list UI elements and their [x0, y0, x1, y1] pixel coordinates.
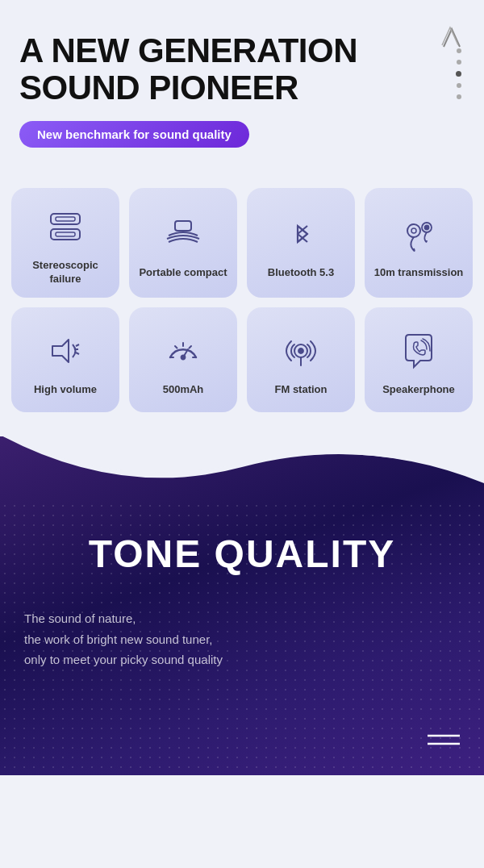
feature-battery: 500mAh: [129, 307, 237, 412]
battery-icon: [159, 327, 207, 375]
fm-label: FM station: [275, 383, 328, 397]
portable-label: Portable compact: [139, 266, 227, 280]
portable-icon: [159, 210, 207, 258]
nav-dot-5[interactable]: [457, 94, 461, 99]
bottom-content: TONE QUALITY The sound of nature, the wo…: [0, 499, 484, 719]
features-grid: Stereoscopic failure Portable compact Bl…: [0, 172, 484, 436]
feature-bluetooth: Bluetooth 5.3: [247, 188, 355, 298]
feature-speakerphone: Speakerphone: [365, 307, 473, 412]
speakerphone-icon: [394, 327, 443, 375]
svg-rect-2: [56, 217, 75, 221]
nav-dot-4[interactable]: [457, 83, 461, 88]
hamburger-icon[interactable]: [428, 732, 460, 751]
stereoscopic-icon: [41, 202, 90, 251]
svg-point-5: [407, 224, 420, 237]
quality-badge: New benchmark for sound quality: [19, 121, 249, 148]
svg-marker-9: [52, 340, 69, 362]
bottom-section: TONE QUALITY The sound of nature, the wo…: [0, 436, 484, 775]
bluetooth-icon: [277, 210, 325, 258]
svg-line-12: [76, 353, 79, 354]
feature-transmission: 10m transmission: [365, 188, 473, 298]
bottom-description: The sound of nature, the work of bright …: [0, 592, 484, 719]
transmission-label: 10m transmission: [374, 266, 464, 280]
svg-line-11: [76, 344, 79, 346]
svg-point-6: [411, 228, 416, 233]
nav-dot-3[interactable]: [456, 71, 461, 77]
svg-point-19: [182, 355, 186, 359]
svg-line-17: [190, 346, 192, 348]
feature-portable: Portable compact: [129, 188, 237, 298]
svg-point-21: [298, 348, 303, 353]
fm-icon: [277, 327, 325, 375]
feature-stereoscopic: Stereoscopic failure: [11, 188, 119, 298]
svg-line-16: [175, 346, 177, 348]
svg-rect-4: [175, 221, 191, 231]
svg-rect-3: [56, 232, 75, 236]
volume-label: High volume: [34, 383, 97, 397]
nav-dots: [456, 48, 461, 99]
logo-icon: [437, 24, 466, 56]
svg-point-8: [425, 225, 429, 229]
top-section: A NEW GENERATION SOUND PIONEER New bench…: [0, 0, 484, 172]
battery-label: 500mAh: [163, 383, 204, 397]
transmission-icon: [394, 210, 443, 258]
volume-icon: [41, 327, 90, 375]
speakerphone-label: Speakerphone: [382, 383, 455, 397]
tone-quality-title: TONE QUALITY: [0, 499, 484, 592]
bluetooth-label: Bluetooth 5.3: [268, 266, 334, 280]
feature-fm: FM station: [247, 307, 355, 412]
nav-dot-2[interactable]: [457, 60, 461, 65]
stereoscopic-label: Stereoscopic failure: [18, 259, 113, 286]
feature-volume: High volume: [11, 307, 119, 412]
main-title: A NEW GENERATION SOUND PIONEER: [19, 32, 407, 106]
nav-dot-1[interactable]: [457, 48, 461, 53]
